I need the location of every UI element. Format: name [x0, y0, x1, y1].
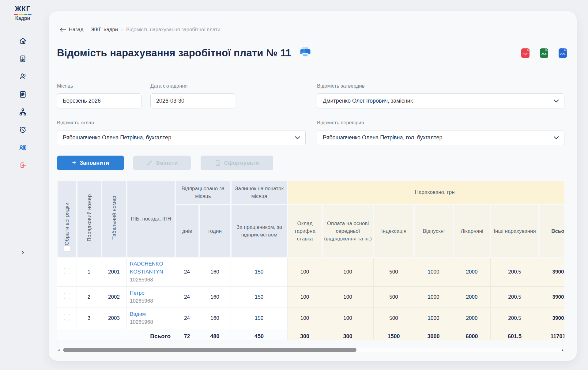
totals-hours: 480 [199, 329, 231, 340]
indexation-cell: 500 [374, 287, 414, 308]
chevron-down-icon [554, 134, 559, 141]
chevron-down-icon [295, 134, 300, 141]
sick-cell: 2000 [453, 308, 491, 329]
edit-button-label: Змінити [156, 160, 178, 166]
generate-button[interactable]: Сформувати [201, 156, 273, 170]
back-button[interactable]: Назад [60, 27, 83, 32]
average-pay-cell: 100 [322, 287, 374, 308]
totals-grand-total: 11701.5 [539, 329, 564, 340]
scrollbar-thumb[interactable] [63, 348, 356, 352]
fill-button[interactable]: + Заповнити [57, 156, 124, 170]
sick-cell: 2000 [453, 287, 491, 308]
tab-cell: 2001 [101, 258, 127, 287]
composed-by-value: Рябошапченко Олена Петрівна, бухгалтер [63, 134, 171, 141]
scrollbar-track[interactable] [60, 348, 561, 352]
document-icon [215, 160, 221, 166]
seq-cell: 2 [77, 287, 101, 308]
name-cell: Вадим 10265968 [127, 308, 175, 329]
totals-salary: 300 [288, 329, 322, 340]
action-buttons: + Заповнити Змінити Сформувати [57, 156, 273, 170]
days-cell: 24 [175, 258, 199, 287]
totals-label: Всього [57, 329, 175, 340]
group-accrued: Нараховано, грн [288, 180, 564, 204]
days-cell: 24 [175, 287, 199, 308]
hours-cell: 160 [199, 258, 231, 287]
row-checkbox[interactable] [64, 314, 70, 320]
logout-icon[interactable] [14, 156, 32, 174]
print-icon[interactable] [299, 47, 311, 59]
indexation-cell: 500 [374, 258, 414, 287]
col-days: днів [175, 204, 199, 258]
employee-link[interactable]: Петро [130, 289, 172, 297]
title-row: Відомість нарахування заробітної плати №… [57, 47, 567, 59]
payroll-icon[interactable] [14, 138, 32, 156]
row-checkbox[interactable] [64, 268, 70, 274]
month-input[interactable]: Березень 2026 [57, 93, 141, 108]
seq-cell: 3 [77, 308, 101, 329]
export-pdf-icon[interactable]: PDF [521, 48, 530, 58]
totals-other: 601.5 [491, 329, 539, 340]
col-name: ПІБ, посада, ІПН [127, 180, 175, 258]
month-label: Місяць [57, 83, 141, 89]
select-all-checkbox[interactable] [64, 245, 70, 252]
employee-link[interactable]: Вадим [130, 310, 172, 318]
checked-by-value: Рябошапченко Олена Петрівна, гол. бухгал… [323, 134, 442, 141]
name-cell: Петро 10265968 [127, 287, 175, 308]
app-logo[interactable]: ЖКГ Кадри [0, 5, 45, 21]
schedule-icon[interactable] [14, 121, 32, 138]
checked-by-select[interactable]: Рябошапченко Олена Петрівна, гол. бухгал… [317, 130, 564, 145]
export-doc-icon[interactable]: DOC [559, 48, 567, 58]
salary-cell: 100 [288, 287, 322, 308]
row-total-cell: 3900.5 [539, 287, 564, 308]
row-total-cell: 3900.5 [539, 308, 564, 329]
totals-average-pay: 300 [322, 329, 374, 340]
sick-cell: 2000 [453, 258, 491, 287]
vacation-cell: 1000 [414, 308, 453, 329]
documents-icon[interactable] [14, 85, 32, 103]
id-badge-icon[interactable] [14, 50, 32, 67]
row-checkbox[interactable] [64, 293, 70, 299]
breadcrumb-root[interactable]: ЖКГ: кадри [91, 27, 118, 32]
month-field: Місяць Березень 2026 [57, 83, 141, 108]
col-average-pay: Оплата на основі середньої (відрядження … [322, 204, 374, 258]
totals-balance: 450 [231, 329, 288, 340]
group-balance: Залишок на початок місяця [231, 180, 288, 204]
scroll-right-icon[interactable]: ▸ [561, 347, 564, 353]
checked-by-field: Відомість перевірив Рябошапченко Олена П… [317, 120, 564, 145]
totals-vacation: 3000 [414, 329, 453, 340]
plus-icon: + [72, 159, 76, 166]
employee-link[interactable]: RADCHENKO KOSTIANTYN [130, 260, 172, 276]
back-label: Назад [69, 27, 83, 32]
composed-by-field: Відомість склав Рябошапченко Олена Петрі… [57, 120, 306, 145]
horizontal-scrollbar: ◂ ▸ [57, 347, 564, 353]
export-xls-icon[interactable]: XLS [540, 48, 548, 58]
average-pay-cell: 100 [322, 258, 374, 287]
totals-days: 72 [175, 329, 199, 340]
date-input[interactable]: 2026-03-30 [150, 93, 235, 108]
payroll-table-viewport: Обрати всі рядки Порядковий номер Табель… [57, 180, 564, 340]
composed-by-select[interactable]: Рябошапченко Олена Петрівна, бухгалтер [57, 130, 306, 145]
col-indexation: Індексація [374, 204, 414, 258]
indexation-cell: 500 [374, 308, 414, 329]
scroll-left-icon[interactable]: ◂ [57, 347, 60, 353]
employee-ipn: 10265968 [130, 297, 172, 305]
sidebar-nav [0, 32, 45, 174]
col-hours: годин [199, 204, 231, 258]
breadcrumb: Назад ЖКГ: кадри › Відомість нарахування… [60, 27, 221, 32]
chevron-down-icon [554, 98, 559, 104]
pencil-icon [146, 160, 153, 166]
employee-ipn: 10265968 [130, 318, 172, 326]
select-all-header: Обрати всі рядки [63, 182, 71, 245]
xls-label: XLS [541, 52, 547, 55]
home-icon[interactable] [14, 32, 32, 50]
sidebar-expand-chevron-icon[interactable] [18, 249, 27, 257]
balance-cell: 150 [231, 308, 288, 329]
fill-button-label: Заповнити [80, 160, 109, 166]
employee-icon[interactable] [14, 67, 32, 85]
structure-icon[interactable] [14, 103, 32, 121]
approved-by-select[interactable]: Дмитренко Олег Ігорович, замісник [317, 93, 564, 108]
edit-button[interactable]: Змінити [133, 156, 191, 170]
row-total-cell: 3900.5 [539, 258, 564, 287]
tab-cell: 2003 [101, 308, 127, 329]
other-cell: 200.5 [491, 258, 539, 287]
